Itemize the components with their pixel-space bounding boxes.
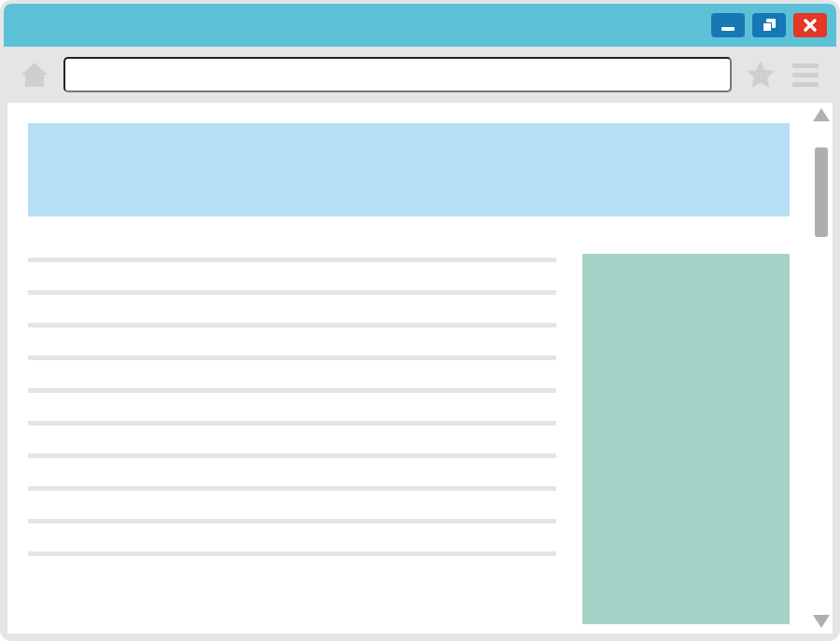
text-lines — [28, 254, 556, 624]
home-button[interactable] — [19, 59, 50, 91]
toolbar — [4, 47, 836, 103]
svg-rect-0 — [721, 27, 735, 31]
titlebar — [4, 4, 836, 47]
scroll-down-icon[interactable] — [813, 615, 830, 628]
text-line — [28, 486, 556, 491]
sidebar-panel — [582, 254, 790, 624]
browser-window — [0, 0, 840, 641]
page-content — [7, 103, 810, 634]
text-line — [28, 453, 556, 458]
home-icon — [19, 59, 50, 91]
scroll-thumb[interactable] — [815, 147, 828, 237]
text-line — [28, 388, 556, 393]
minimize-button[interactable] — [711, 13, 745, 37]
svg-rect-3 — [763, 23, 771, 31]
body-area — [4, 103, 836, 637]
hamburger-icon — [792, 63, 819, 87]
text-line — [28, 290, 556, 295]
restore-icon — [761, 17, 777, 34]
main-row — [28, 254, 790, 624]
close-button[interactable] — [793, 13, 827, 37]
text-line — [28, 323, 556, 327]
favorite-button[interactable] — [745, 59, 777, 91]
restore-button[interactable] — [752, 13, 786, 37]
menu-button[interactable] — [790, 59, 821, 91]
scroll-up-icon[interactable] — [813, 108, 830, 121]
hero-banner — [28, 123, 790, 216]
text-line — [28, 258, 556, 262]
text-line — [28, 421, 556, 425]
url-input[interactable] — [63, 57, 732, 92]
text-line — [28, 551, 556, 556]
close-icon — [802, 17, 819, 34]
vertical-scrollbar[interactable] — [810, 103, 833, 634]
minimize-icon — [720, 17, 736, 34]
text-line — [28, 519, 556, 523]
text-line — [28, 355, 556, 360]
star-icon — [745, 59, 777, 91]
